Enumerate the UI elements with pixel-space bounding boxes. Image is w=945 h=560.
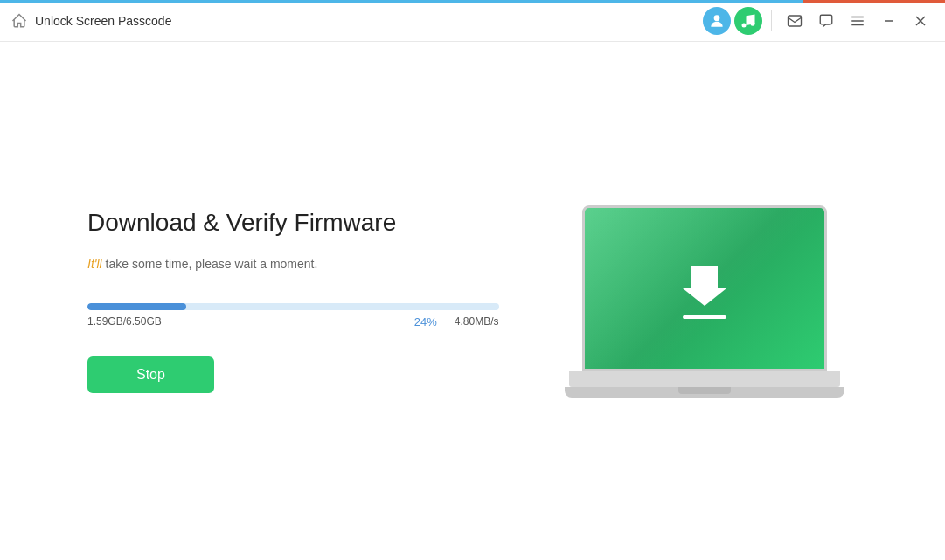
laptop-base xyxy=(565,387,844,398)
subtitle-highlight: It'll xyxy=(87,257,102,271)
titlebar-controls xyxy=(703,7,935,35)
chat-button[interactable] xyxy=(812,7,840,35)
laptop-body xyxy=(569,371,840,387)
stop-button[interactable]: Stop xyxy=(87,356,214,393)
app-title: Unlock Screen Passcode xyxy=(35,14,703,28)
left-panel: Download & Verify Firmware It'll take so… xyxy=(35,209,499,393)
page-title: Download & Verify Firmware xyxy=(87,209,499,237)
download-icon-wrap xyxy=(678,258,731,319)
progress-bar-fill xyxy=(87,303,186,310)
mail-button[interactable] xyxy=(781,7,809,35)
svg-rect-4 xyxy=(820,15,832,24)
progress-percent: 24% xyxy=(414,315,437,328)
download-line xyxy=(683,315,726,319)
svg-point-1 xyxy=(742,23,747,27)
menu-button[interactable] xyxy=(844,7,872,35)
top-progress-bar xyxy=(0,0,945,3)
progress-bottom: 1.59GB/6.50GB 24% 4.80MB/s xyxy=(87,315,499,328)
svg-point-0 xyxy=(714,15,720,21)
laptop-screen xyxy=(582,205,827,371)
music-button[interactable] xyxy=(734,7,762,35)
subtitle-rest: take some time, please wait a moment. xyxy=(102,257,318,271)
svg-marker-11 xyxy=(683,266,726,306)
progress-speed: 4.80MB/s xyxy=(455,315,499,328)
right-panel xyxy=(499,205,911,398)
download-arrow-icon xyxy=(678,258,731,310)
user-avatar-button[interactable] xyxy=(703,7,731,35)
main-content: Download & Verify Firmware It'll take so… xyxy=(0,42,945,560)
svg-rect-3 xyxy=(789,16,802,26)
minimize-button[interactable] xyxy=(875,7,903,35)
divider xyxy=(771,10,772,31)
subtitle-text: It'll take some time, please wait a mome… xyxy=(87,254,499,273)
titlebar: Unlock Screen Passcode xyxy=(0,0,945,42)
svg-point-2 xyxy=(751,21,755,25)
home-button[interactable] xyxy=(10,12,28,30)
progress-bar-container xyxy=(87,303,499,310)
laptop-notch xyxy=(678,387,731,394)
close-button[interactable] xyxy=(907,7,935,35)
progress-size: 1.59GB/6.50GB xyxy=(87,315,162,328)
progress-section: 1.59GB/6.50GB 24% 4.80MB/s xyxy=(87,298,499,328)
laptop-illustration xyxy=(565,205,844,398)
